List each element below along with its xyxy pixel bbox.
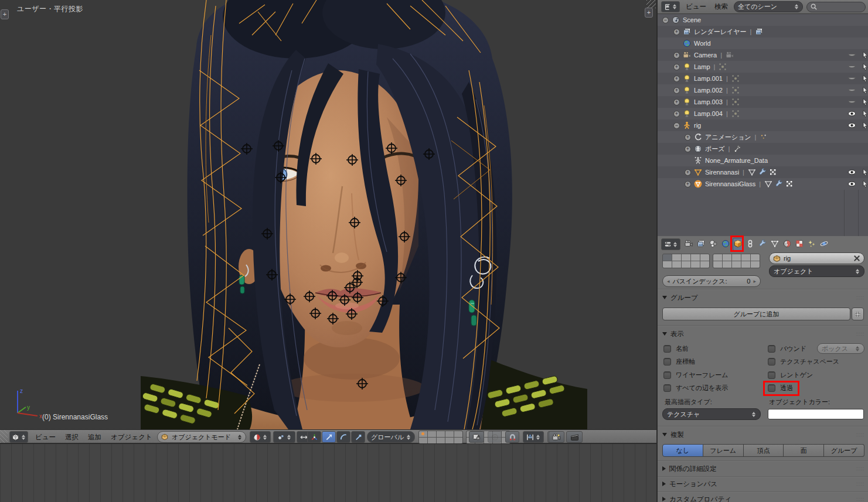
outliner-item-label[interactable]: Camera [694,52,717,59]
outliner-row[interactable]: +SirennanasiGlass| [658,178,868,190]
editor-type-selector[interactable] [9,431,28,443]
expand-icon[interactable]: + [673,76,680,82]
checkbox-unchecked[interactable] [663,371,671,379]
layer-grid-left[interactable] [418,431,463,444]
mode-selector-dropdown[interactable]: オブジェクトモード [157,431,246,443]
outliner-row[interactable]: +Sirennanasi| [658,166,868,178]
outliner-search-menu[interactable]: 検索 [712,2,730,11]
viewport-menu-1[interactable]: 選択 [63,433,81,442]
outliner-item-label[interactable]: None_Armature_Data [705,157,768,164]
outliner-item-label[interactable]: Lamp.002 [694,87,723,94]
render-layers-icon[interactable] [755,28,764,36]
outliner-row[interactable]: +レンダーレイヤー| [658,26,868,37]
visibility-eye-icon[interactable] [847,168,857,176]
lamp-data-icon[interactable] [731,98,740,106]
region-resize-grip[interactable] [0,430,8,443]
lamp-data-icon[interactable] [731,86,740,94]
editor-type-selector[interactable] [661,238,680,250]
editor-type-selector[interactable] [661,1,680,12]
checkbox-unchecked[interactable] [663,345,671,353]
region-resize-grip[interactable] [646,0,656,8]
expand-icon[interactable]: + [673,87,680,94]
viewport-shading-dropdown[interactable] [250,431,271,443]
collapsed-panel-header[interactable]: モーションパス [662,479,717,489]
group-panel-header[interactable]: グループ [662,292,698,303]
selectability-cursor-icon[interactable] [861,180,868,188]
selectability-cursor-icon[interactable] [861,74,868,83]
transform-orientation-dropdown[interactable]: グローバル [367,431,415,443]
panel-drag-dots[interactable]: :::: [856,481,864,487]
proportional-edit-dropdown[interactable] [488,431,502,443]
mesh-data-icon[interactable] [764,180,773,188]
pivot-point-dropdown[interactable] [273,431,295,443]
outliner-item-label[interactable]: アニメーション [705,133,751,142]
outliner-row[interactable]: +アニメーション| [658,131,868,143]
checkbox-unchecked[interactable] [663,358,671,366]
panel-drag-dots[interactable]: :::: [856,295,864,300]
mesh-data-icon[interactable] [748,168,757,176]
draw-type-dropdown[interactable]: テクスチャ [662,408,761,420]
outliner-item-label[interactable]: Scene [683,16,701,23]
3d-viewport[interactable]: ユーザー・平行投影 (0) SirennanasiGlass z y x + + [0,0,656,429]
expand-icon[interactable]: + [673,29,680,35]
tab-modifiers[interactable] [757,238,768,251]
expand-icon[interactable]: + [673,64,680,70]
checkbox-unchecked[interactable] [768,345,775,353]
outliner-row[interactable]: +Lamp.002| [658,84,868,96]
object-layers-grid-right[interactable] [713,254,760,268]
layer-cell[interactable] [419,431,427,437]
expand-icon[interactable]: + [685,134,691,141]
snap-element-dropdown[interactable] [523,431,544,443]
add-to-group-button[interactable]: グループに追加 [662,308,850,320]
slider-right-arrow[interactable]: ▸ [753,278,756,284]
panel-drag-dots[interactable]: :::: [856,466,864,472]
outliner-item-label[interactable]: Lamp [694,63,710,70]
outliner-item-label[interactable]: rig [694,122,701,129]
collapsed-panel-header[interactable]: 関係の詳細設定 [662,463,717,474]
outliner-view-menu[interactable]: ビュー [683,2,709,11]
visibility-eye-icon[interactable] [847,63,857,71]
checkbox-unchecked[interactable] [768,371,775,379]
tab-constraints[interactable] [745,238,756,251]
expand-icon[interactable]: + [673,99,680,105]
visibility-eye-icon[interactable] [847,51,857,59]
duplication-option[interactable]: なし [662,444,703,457]
opengl-render-animation-button[interactable] [566,431,583,443]
lamp-data-icon[interactable] [731,74,740,83]
selectability-cursor-icon[interactable] [861,110,868,118]
bounds-type-dropdown[interactable]: ボックス [817,343,864,354]
context-selector-dropdown[interactable]: オブジェクト [769,265,864,277]
duplication-option[interactable]: 頂点 [744,444,784,457]
selectability-cursor-icon[interactable] [861,86,868,94]
visibility-eye-icon[interactable] [847,74,857,83]
expand-icon[interactable]: + [673,52,680,59]
selectability-cursor-icon[interactable] [861,51,868,59]
close-icon[interactable] [853,255,860,262]
outliner-row[interactable]: None_Armature_Data [658,155,868,166]
visibility-eye-icon[interactable] [847,110,857,118]
tab-scene[interactable] [708,238,719,251]
visibility-eye-icon[interactable] [847,86,857,94]
object-name-field[interactable]: rig [769,252,864,264]
object-color-swatch[interactable] [768,409,864,419]
outliner-search-input[interactable] [806,2,866,12]
tab-render[interactable] [683,238,695,251]
expand-icon[interactable]: + [685,181,691,187]
open-toolshelf-tab[interactable]: + [1,9,9,19]
bone-icon[interactable] [733,145,742,153]
vertex-group-icon[interactable] [785,180,794,188]
duplication-panel-header[interactable]: 複製 [662,429,684,440]
outliner-item-label[interactable]: Lamp.003 [694,98,723,105]
snap-toggle-button[interactable] [505,431,519,443]
scale-manipulator-button[interactable] [351,431,365,443]
outliner-row[interactable]: +Lamp.003| [658,96,868,108]
selectability-cursor-icon[interactable] [861,98,868,106]
translate-manipulator-button[interactable] [322,431,336,443]
outliner-item-label[interactable]: Lamp.004 [694,110,723,117]
tab-texture[interactable] [794,238,805,251]
checkbox-unchecked[interactable] [663,384,671,392]
camera-data-icon[interactable] [726,51,734,59]
selectability-cursor-icon[interactable] [861,168,868,176]
selectability-cursor-icon[interactable] [861,121,868,129]
lock-to-scene-button[interactable] [469,431,484,443]
